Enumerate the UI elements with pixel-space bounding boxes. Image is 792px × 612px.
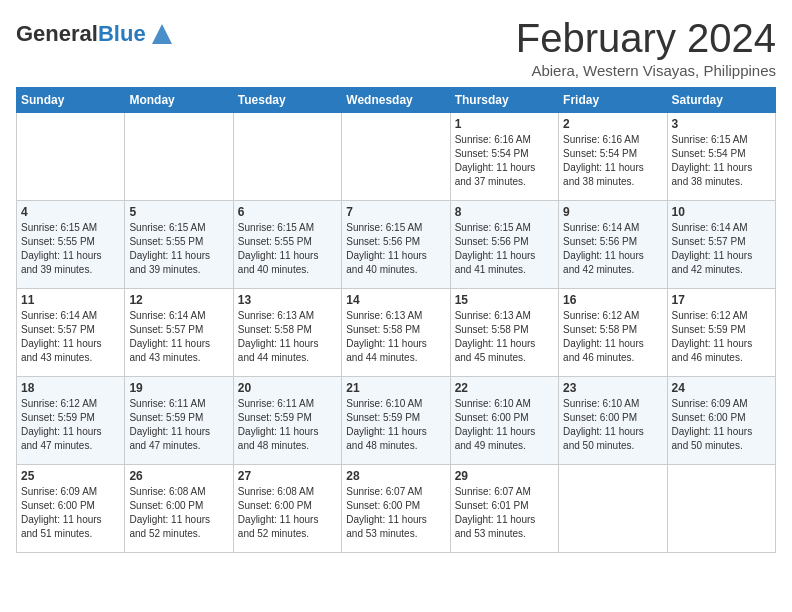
logo-general-text: General xyxy=(16,21,98,46)
day-number: 17 xyxy=(672,293,771,307)
day-detail: Sunrise: 6:08 AM Sunset: 6:00 PM Dayligh… xyxy=(129,485,228,541)
month-title: February 2024 xyxy=(516,16,776,60)
day-number: 6 xyxy=(238,205,337,219)
table-row: 23Sunrise: 6:10 AM Sunset: 6:00 PM Dayli… xyxy=(559,377,667,465)
day-number: 26 xyxy=(129,469,228,483)
day-detail: Sunrise: 6:12 AM Sunset: 5:58 PM Dayligh… xyxy=(563,309,662,365)
day-detail: Sunrise: 6:09 AM Sunset: 6:00 PM Dayligh… xyxy=(672,397,771,453)
day-detail: Sunrise: 6:16 AM Sunset: 5:54 PM Dayligh… xyxy=(563,133,662,189)
table-row: 10Sunrise: 6:14 AM Sunset: 5:57 PM Dayli… xyxy=(667,201,775,289)
day-number: 16 xyxy=(563,293,662,307)
day-number: 13 xyxy=(238,293,337,307)
day-number: 23 xyxy=(563,381,662,395)
calendar-week-0: 1Sunrise: 6:16 AM Sunset: 5:54 PM Daylig… xyxy=(17,113,776,201)
day-detail: Sunrise: 6:11 AM Sunset: 5:59 PM Dayligh… xyxy=(238,397,337,453)
table-row: 16Sunrise: 6:12 AM Sunset: 5:58 PM Dayli… xyxy=(559,289,667,377)
day-detail: Sunrise: 6:14 AM Sunset: 5:57 PM Dayligh… xyxy=(129,309,228,365)
day-detail: Sunrise: 6:08 AM Sunset: 6:00 PM Dayligh… xyxy=(238,485,337,541)
day-detail: Sunrise: 6:15 AM Sunset: 5:55 PM Dayligh… xyxy=(238,221,337,277)
day-number: 7 xyxy=(346,205,445,219)
day-number: 27 xyxy=(238,469,337,483)
table-row: 4Sunrise: 6:15 AM Sunset: 5:55 PM Daylig… xyxy=(17,201,125,289)
table-row: 8Sunrise: 6:15 AM Sunset: 5:56 PM Daylig… xyxy=(450,201,558,289)
table-row: 1Sunrise: 6:16 AM Sunset: 5:54 PM Daylig… xyxy=(450,113,558,201)
day-detail: Sunrise: 6:10 AM Sunset: 6:00 PM Dayligh… xyxy=(455,397,554,453)
table-row: 20Sunrise: 6:11 AM Sunset: 5:59 PM Dayli… xyxy=(233,377,341,465)
table-row: 2Sunrise: 6:16 AM Sunset: 5:54 PM Daylig… xyxy=(559,113,667,201)
table-row: 11Sunrise: 6:14 AM Sunset: 5:57 PM Dayli… xyxy=(17,289,125,377)
day-detail: Sunrise: 6:15 AM Sunset: 5:55 PM Dayligh… xyxy=(129,221,228,277)
day-number: 10 xyxy=(672,205,771,219)
day-number: 5 xyxy=(129,205,228,219)
day-number: 28 xyxy=(346,469,445,483)
day-number: 8 xyxy=(455,205,554,219)
table-row: 22Sunrise: 6:10 AM Sunset: 6:00 PM Dayli… xyxy=(450,377,558,465)
day-number: 15 xyxy=(455,293,554,307)
calendar-week-1: 4Sunrise: 6:15 AM Sunset: 5:55 PM Daylig… xyxy=(17,201,776,289)
table-row xyxy=(667,465,775,553)
table-row: 3Sunrise: 6:15 AM Sunset: 5:54 PM Daylig… xyxy=(667,113,775,201)
day-detail: Sunrise: 6:07 AM Sunset: 6:00 PM Dayligh… xyxy=(346,485,445,541)
header-friday: Friday xyxy=(559,88,667,113)
day-detail: Sunrise: 6:07 AM Sunset: 6:01 PM Dayligh… xyxy=(455,485,554,541)
day-number: 1 xyxy=(455,117,554,131)
day-number: 18 xyxy=(21,381,120,395)
table-row: 12Sunrise: 6:14 AM Sunset: 5:57 PM Dayli… xyxy=(125,289,233,377)
svg-marker-0 xyxy=(152,24,172,44)
day-number: 4 xyxy=(21,205,120,219)
day-detail: Sunrise: 6:16 AM Sunset: 5:54 PM Dayligh… xyxy=(455,133,554,189)
calendar-week-3: 18Sunrise: 6:12 AM Sunset: 5:59 PM Dayli… xyxy=(17,377,776,465)
table-row xyxy=(342,113,450,201)
day-detail: Sunrise: 6:15 AM Sunset: 5:55 PM Dayligh… xyxy=(21,221,120,277)
day-detail: Sunrise: 6:14 AM Sunset: 5:57 PM Dayligh… xyxy=(672,221,771,277)
table-row: 14Sunrise: 6:13 AM Sunset: 5:58 PM Dayli… xyxy=(342,289,450,377)
day-number: 21 xyxy=(346,381,445,395)
day-detail: Sunrise: 6:13 AM Sunset: 5:58 PM Dayligh… xyxy=(346,309,445,365)
logo-blue-text: Blue xyxy=(98,21,146,46)
day-number: 14 xyxy=(346,293,445,307)
table-row xyxy=(559,465,667,553)
day-detail: Sunrise: 6:09 AM Sunset: 6:00 PM Dayligh… xyxy=(21,485,120,541)
table-row: 29Sunrise: 6:07 AM Sunset: 6:01 PM Dayli… xyxy=(450,465,558,553)
day-detail: Sunrise: 6:12 AM Sunset: 5:59 PM Dayligh… xyxy=(672,309,771,365)
day-number: 11 xyxy=(21,293,120,307)
day-number: 25 xyxy=(21,469,120,483)
day-number: 12 xyxy=(129,293,228,307)
day-number: 2 xyxy=(563,117,662,131)
table-row: 17Sunrise: 6:12 AM Sunset: 5:59 PM Dayli… xyxy=(667,289,775,377)
table-row: 27Sunrise: 6:08 AM Sunset: 6:00 PM Dayli… xyxy=(233,465,341,553)
table-row: 19Sunrise: 6:11 AM Sunset: 5:59 PM Dayli… xyxy=(125,377,233,465)
table-row xyxy=(125,113,233,201)
day-detail: Sunrise: 6:14 AM Sunset: 5:57 PM Dayligh… xyxy=(21,309,120,365)
calendar-table: Sunday Monday Tuesday Wednesday Thursday… xyxy=(16,87,776,553)
calendar-week-2: 11Sunrise: 6:14 AM Sunset: 5:57 PM Dayli… xyxy=(17,289,776,377)
table-row: 5Sunrise: 6:15 AM Sunset: 5:55 PM Daylig… xyxy=(125,201,233,289)
day-detail: Sunrise: 6:10 AM Sunset: 6:00 PM Dayligh… xyxy=(563,397,662,453)
day-detail: Sunrise: 6:15 AM Sunset: 5:56 PM Dayligh… xyxy=(455,221,554,277)
table-row: 24Sunrise: 6:09 AM Sunset: 6:00 PM Dayli… xyxy=(667,377,775,465)
table-row xyxy=(233,113,341,201)
day-number: 19 xyxy=(129,381,228,395)
table-row: 13Sunrise: 6:13 AM Sunset: 5:58 PM Dayli… xyxy=(233,289,341,377)
calendar-body: 1Sunrise: 6:16 AM Sunset: 5:54 PM Daylig… xyxy=(17,113,776,553)
table-row: 25Sunrise: 6:09 AM Sunset: 6:00 PM Dayli… xyxy=(17,465,125,553)
day-detail: Sunrise: 6:12 AM Sunset: 5:59 PM Dayligh… xyxy=(21,397,120,453)
calendar-week-4: 25Sunrise: 6:09 AM Sunset: 6:00 PM Dayli… xyxy=(17,465,776,553)
table-row: 21Sunrise: 6:10 AM Sunset: 5:59 PM Dayli… xyxy=(342,377,450,465)
calendar-header: Sunday Monday Tuesday Wednesday Thursday… xyxy=(17,88,776,113)
day-detail: Sunrise: 6:15 AM Sunset: 5:54 PM Dayligh… xyxy=(672,133,771,189)
day-number: 24 xyxy=(672,381,771,395)
header-row: Sunday Monday Tuesday Wednesday Thursday… xyxy=(17,88,776,113)
table-row: 6Sunrise: 6:15 AM Sunset: 5:55 PM Daylig… xyxy=(233,201,341,289)
day-number: 29 xyxy=(455,469,554,483)
header-monday: Monday xyxy=(125,88,233,113)
header-wednesday: Wednesday xyxy=(342,88,450,113)
day-detail: Sunrise: 6:13 AM Sunset: 5:58 PM Dayligh… xyxy=(455,309,554,365)
table-row: 15Sunrise: 6:13 AM Sunset: 5:58 PM Dayli… xyxy=(450,289,558,377)
logo-icon xyxy=(148,20,176,48)
table-row: 28Sunrise: 6:07 AM Sunset: 6:00 PM Dayli… xyxy=(342,465,450,553)
header: GeneralBlue February 2024 Abiera, Wester… xyxy=(16,16,776,79)
day-number: 9 xyxy=(563,205,662,219)
table-row xyxy=(17,113,125,201)
logo: GeneralBlue xyxy=(16,20,176,48)
